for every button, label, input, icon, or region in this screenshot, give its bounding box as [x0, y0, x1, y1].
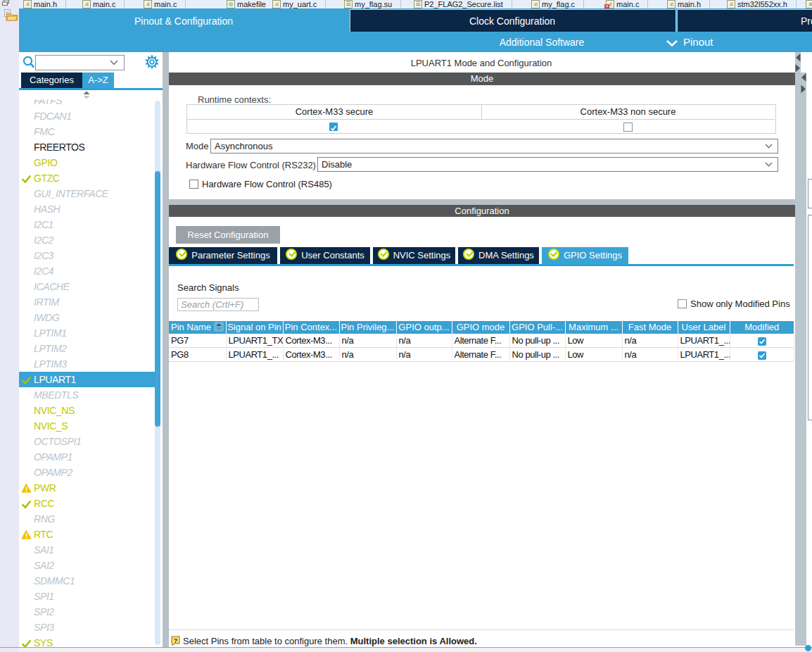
- svg-text:?: ?: [174, 637, 178, 644]
